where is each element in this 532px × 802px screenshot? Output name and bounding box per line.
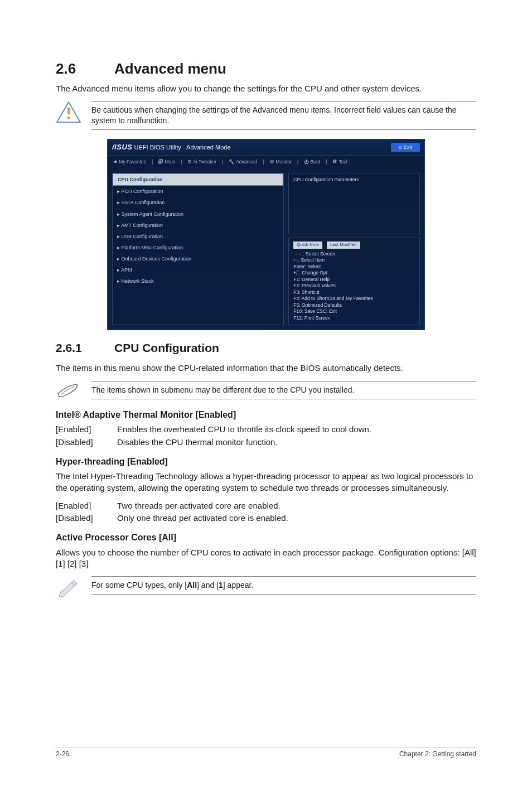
bios-tabs: ★ My Favorites | 🗐 Main | ⚙ Ai Tweaker |… bbox=[108, 156, 424, 168]
option-heading: Hyper-threading [Enabled] bbox=[56, 456, 476, 468]
option-row: [Enabled] Two threads per activated core… bbox=[56, 500, 476, 511]
bios-info-pane: CPU Configuration Parameters bbox=[288, 173, 420, 234]
bios-menu-item[interactable]: ▸ SATA Configuration bbox=[113, 197, 283, 208]
bios-titlebar: /ISUS UEFI BIOS Utility - Advanced Mode … bbox=[108, 139, 424, 156]
option-row: [Disabled] Disables the CPU thermal moni… bbox=[56, 437, 476, 448]
option-description: The Intel Hyper-Threading Technology all… bbox=[56, 471, 476, 494]
bios-help-line: F2: Previous Values bbox=[293, 283, 415, 289]
svg-rect-0 bbox=[67, 108, 70, 115]
option-heading: Intel® Adaptive Thermal Monitor [Enabled… bbox=[56, 409, 476, 421]
bios-help-pane: Quick Note Last Modified →←: Select Scre… bbox=[288, 238, 420, 325]
bios-menu-item[interactable]: ▸ APM bbox=[113, 264, 283, 276]
bios-menu-item[interactable]: ▸ PCH Configuration bbox=[113, 186, 283, 197]
exit-icon: ⎋ bbox=[399, 144, 402, 151]
bios-help-line: ↑↓: Select Item bbox=[293, 257, 415, 263]
bios-tab[interactable]: 🖥 Monitor bbox=[267, 158, 294, 166]
caution-text: Be cautious when changing the settings o… bbox=[91, 101, 476, 130]
bios-title: /ISUS UEFI BIOS Utility - Advanced Mode bbox=[112, 142, 231, 152]
bios-help-line: Enter: Select bbox=[293, 264, 415, 270]
bios-tab[interactable]: ★ My Favorites bbox=[111, 158, 148, 166]
pencil-note-icon bbox=[56, 576, 81, 597]
bios-exit-button[interactable]: ⎋ Exit bbox=[391, 143, 420, 152]
bios-menu-item[interactable]: ▸ System Agent Configuration bbox=[113, 209, 283, 220]
option-desc: Enables the overheated CPU to throttle i… bbox=[117, 424, 476, 435]
bios-help-line: F3: Shortcut bbox=[293, 289, 415, 296]
bios-pane-tab[interactable]: Last Modified bbox=[327, 241, 360, 249]
bios-menu-item[interactable]: ▸ Network Stack bbox=[113, 276, 283, 287]
bios-tab[interactable]: ⏻ Boot bbox=[302, 158, 322, 166]
note-icon bbox=[56, 381, 81, 400]
option-value: [Disabled] bbox=[56, 437, 117, 448]
bios-pane-tab[interactable]: Quick Note bbox=[293, 241, 322, 249]
bios-menu-list: CPU Configuration ▸ PCH Configuration ▸ … bbox=[112, 173, 284, 325]
note-box: For some CPU types, only [All] and [1] a… bbox=[56, 576, 476, 597]
note-text: The items shown in submenu may be differ… bbox=[91, 381, 476, 399]
bios-help-line: F4: Add to ShortCut and My Favorites bbox=[293, 296, 415, 302]
bios-title-text: UEFI BIOS Utility - Advanced Mode bbox=[134, 144, 231, 151]
subsection-intro: The items in this menu show the CPU-rela… bbox=[56, 363, 476, 374]
bios-tab[interactable]: 🔧 Advanced bbox=[226, 158, 259, 166]
option-heading: Active Processor Cores [All] bbox=[56, 532, 476, 544]
option-row: [Disabled] Only one thread per activated… bbox=[56, 513, 476, 524]
bios-help-line: F10: Save ESC: Exit bbox=[293, 308, 415, 315]
subsection-title: CPU Configuration bbox=[114, 341, 219, 354]
option-value: [Enabled] bbox=[56, 500, 117, 511]
bios-tab[interactable]: ⚙ Ai Tweaker bbox=[185, 158, 219, 166]
option-desc: Only one thread per activated core is en… bbox=[117, 513, 476, 524]
section-number: 2.6 bbox=[56, 59, 114, 79]
note-box: The items shown in submenu may be differ… bbox=[56, 381, 476, 400]
bios-menu-item[interactable]: ▸ Onboard Devices Configuration bbox=[113, 253, 283, 264]
bios-info-text: CPU Configuration Parameters bbox=[293, 177, 415, 183]
bios-menu-item[interactable]: ▸ USB Configuration bbox=[113, 231, 283, 242]
section-intro: The Advanced menu items allow you to cha… bbox=[56, 83, 476, 94]
bios-exit-label: Exit bbox=[404, 144, 412, 151]
bios-menu-item[interactable]: CPU Configuration bbox=[113, 173, 283, 186]
bios-help-line: +/-: Change Opt. bbox=[293, 270, 415, 276]
bios-menu-item[interactable]: ▸ AMT Configuration bbox=[113, 220, 283, 231]
bios-screenshot: /ISUS UEFI BIOS Utility - Advanced Mode … bbox=[107, 139, 425, 330]
bios-tab[interactable]: 🗐 Main bbox=[156, 158, 177, 166]
caution-icon bbox=[56, 101, 81, 123]
svg-point-1 bbox=[67, 117, 70, 119]
option-desc: Disables the CPU thermal monitor functio… bbox=[117, 437, 476, 448]
bios-help-line: F12: Print Screen bbox=[293, 315, 415, 321]
option-desc: Two threads per activated core are enabl… bbox=[117, 500, 476, 511]
caution-box: Be cautious when changing the settings o… bbox=[56, 101, 476, 130]
bios-help-line: →←: Select Screen bbox=[293, 251, 415, 257]
bios-help-line: F5: Optimized Defaults bbox=[293, 302, 415, 308]
bios-tab[interactable]: 🛠 Tool bbox=[330, 158, 350, 166]
option-description: Allows you to choose the number of CPU c… bbox=[56, 547, 476, 570]
subsection-number: 2.6.1 bbox=[56, 340, 114, 356]
section-heading: 2.6Advanced menu bbox=[56, 59, 476, 79]
bios-help-line: F1: General Help bbox=[293, 277, 415, 283]
option-value: [Enabled] bbox=[56, 424, 117, 435]
option-row: [Enabled] Enables the overheated CPU to … bbox=[56, 424, 476, 435]
option-value: [Disabled] bbox=[56, 513, 117, 524]
note-text: For some CPU types, only [All] and [1] a… bbox=[91, 576, 476, 595]
section-title: Advanced menu bbox=[114, 60, 226, 77]
bios-brand: /ISUS bbox=[112, 143, 132, 151]
bios-menu-item[interactable]: ▸ Platform Misc Configuration bbox=[113, 242, 283, 253]
subsection-heading: 2.6.1CPU Configuration bbox=[56, 340, 476, 356]
